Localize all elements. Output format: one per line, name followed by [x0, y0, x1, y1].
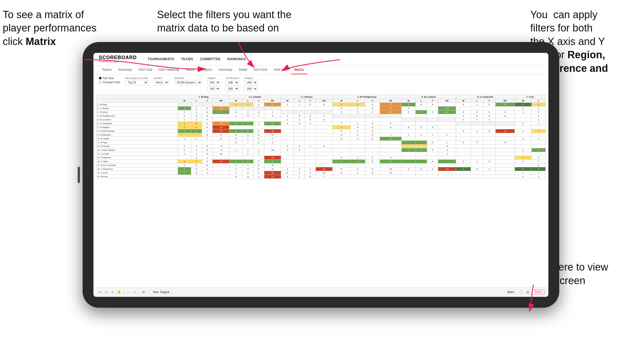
nav-committee[interactable]: COMMITTEE: [200, 56, 221, 62]
subnav-summary[interactable]: Summary: [115, 66, 135, 74]
sh-l2: L: [243, 99, 253, 102]
gender-label: Gender: [154, 77, 169, 79]
logo-main-text: SCOREBOARD: [99, 55, 137, 60]
player-name: 14. J Lundin: [96, 152, 178, 156]
player-name: 1. W Ding: [96, 102, 178, 106]
table-row: 1. W Ding 12011 110-2 12017 300 01013 62: [96, 102, 546, 106]
toolbar-redo-icon[interactable]: ↪: [104, 290, 108, 294]
watch-button[interactable]: Watch: [505, 290, 517, 294]
annotation-tc-text: Select the filters you want the matrix d…: [157, 9, 291, 34]
col-header-6: 6. C Lamprecht: [456, 95, 515, 99]
toolbar-share-area: Watch ⛶ ⊞ Share: [505, 290, 544, 294]
subnav-detail[interactable]: Detail: [236, 66, 251, 74]
subnav-h2h-heatmap[interactable]: H2H Heatmap: [155, 66, 183, 74]
players-filter: Players (All) (All): [245, 77, 258, 91]
players-select-1[interactable]: (All): [245, 80, 258, 85]
player-name: 8. P Summerhays: [96, 129, 178, 133]
table-row: 11. M Ege 0101 01 04-4: [96, 140, 546, 144]
toolbar-pan-icon[interactable]: ✋: [117, 290, 121, 294]
division-filter: Division NCAA Division I: [174, 77, 202, 85]
nav-teams[interactable]: TEAMS: [181, 56, 193, 62]
player-name: 20. M Ford: [96, 175, 178, 178]
gender-select[interactable]: Men's: [154, 80, 169, 85]
annotation-top-center: Select the filters you want the matrix d…: [157, 8, 292, 35]
full-view-option[interactable]: Full View: [99, 77, 120, 80]
annotation-tr-bold1: Region,: [567, 49, 605, 60]
table-row: 17. S De La Fuente 200 110-8 2: [96, 163, 546, 167]
toolbar-settings-icon[interactable]: ⚙: [141, 290, 146, 294]
table-row: 9. N Gabrelcik 09 0100 0101 1111: [96, 133, 546, 137]
logo-sub-text: Powered by clippd: [99, 60, 137, 63]
sh-dif3: Dif: [316, 99, 332, 102]
matrix-table-area[interactable]: 1. W Ding 2. L Clanton 3. J Koivun 4. M …: [93, 94, 548, 287]
region-label: Region: [207, 77, 220, 79]
nav-rankings[interactable]: RANKINGS: [227, 56, 246, 62]
subnav-players[interactable]: Players: [198, 66, 215, 74]
table-row: 2. L Clanton 210-18 01013 0-24 22: [96, 106, 546, 110]
division-select[interactable]: NCAA Division I: [174, 80, 202, 85]
table-row: 7. G Sargent 200-16 1003 003: [96, 125, 546, 129]
region-select-1[interactable]: N/A: [207, 80, 220, 85]
max-players-select[interactable]: Top 25: [125, 80, 148, 85]
subnav-summary2[interactable]: Summary: [215, 66, 235, 74]
subnav-h2h-grid[interactable]: H2H Grid: [135, 66, 155, 74]
col-header-1: 1. W Ding: [178, 95, 229, 99]
table-row: 8. P Summerhays 521-48 220-16 010 010-13…: [96, 129, 546, 133]
sh-l5: L: [415, 99, 427, 102]
sub-nav: Teams Summary H2H Grid H2H Heatmap Matri…: [93, 66, 548, 75]
player-name: 17. S De La Fuente: [96, 163, 178, 167]
toolbar-sep-3: [148, 290, 148, 294]
table-row: 12. M Riedel 110-6 1010 -6: [96, 144, 546, 148]
toolbar-sep-2: [139, 290, 139, 294]
toolbar-undo-icon[interactable]: ↩: [97, 290, 102, 294]
subnav-h2h-grid2[interactable]: H2H Grid: [250, 66, 270, 74]
sh-dif5: Dif: [438, 99, 456, 102]
full-view-label: Full View: [103, 77, 113, 80]
player-name: 15. P Maichon: [96, 156, 178, 159]
toolbar-zoom-out-icon[interactable]: −: [126, 290, 130, 294]
sh-t4: T: [365, 99, 380, 102]
col-header-7: 7. G Sa: [515, 95, 545, 99]
conference-select-1[interactable]: (All): [226, 80, 239, 85]
annotation-tl-text: To see a matrix of player performances c…: [3, 9, 96, 47]
sh-l3: L: [294, 99, 305, 102]
compact-view-label: Compact View: [103, 81, 120, 84]
sh-t3: T: [305, 99, 316, 102]
sub-header-name: [96, 99, 178, 102]
compact-view-radio[interactable]: [99, 81, 102, 83]
sh-w5: W: [402, 99, 415, 102]
table-row: 5. M La Sasso 100 110-1 103 1: [96, 118, 546, 121]
player-name: 6. C Lamprecht: [96, 121, 178, 125]
col-header-5: 5. M La Sasso: [402, 95, 456, 99]
table-row: 4. M Thorbjornsen 100 1010 1001 110-6 1: [96, 114, 546, 118]
full-view-radio[interactable]: [99, 77, 102, 79]
table-row: 14. J Lundin 11010 11 -7: [96, 152, 546, 156]
players-select-2[interactable]: (All): [245, 86, 258, 91]
toolbar-sep-1: [123, 290, 124, 294]
subnav-h2hhe[interactable]: H2H He...: [270, 66, 291, 74]
player-name: 9. N Gabrelcik: [96, 133, 178, 137]
table-row: 10. B Valdes 1110 0101 01011 11: [96, 137, 546, 140]
player-name: 2. L Clanton: [96, 106, 178, 110]
view-original-button[interactable]: View: Original: [150, 290, 172, 294]
toolbar-fullscreen-icon[interactable]: ⛶: [519, 290, 523, 294]
nav-tournaments[interactable]: TOURNAMENTS: [148, 56, 174, 62]
subnav-teams[interactable]: Teams: [99, 66, 115, 74]
region-select-2[interactable]: N/A: [207, 86, 220, 91]
conference-select-2[interactable]: (All): [226, 86, 239, 91]
share-button[interactable]: Share: [532, 290, 544, 294]
player-name: 5. M La Sasso: [96, 118, 178, 121]
max-players-filter: Max players in view Top 25: [125, 77, 148, 85]
sh-w4: W: [333, 99, 350, 102]
sh-w6: W: [456, 99, 471, 102]
bottom-toolbar: ↩ ↪ ↖ ✋ − + ⚙ View: Original Watch ⛶ ⊞: [93, 287, 548, 297]
players-label: Players: [245, 77, 258, 79]
player-name: 18. C Sherwood: [96, 167, 178, 171]
toolbar-pointer-icon[interactable]: ↖: [110, 290, 115, 294]
toolbar-zoom-in-icon[interactable]: +: [132, 290, 137, 294]
subnav-matrix[interactable]: Matrix: [183, 66, 198, 74]
subnav-matrix-active[interactable]: Matrix: [291, 66, 307, 74]
compact-view-option[interactable]: Compact View: [99, 81, 120, 84]
sh-t1: T: [202, 99, 213, 102]
toolbar-expand-icon[interactable]: ⊞: [526, 290, 530, 294]
